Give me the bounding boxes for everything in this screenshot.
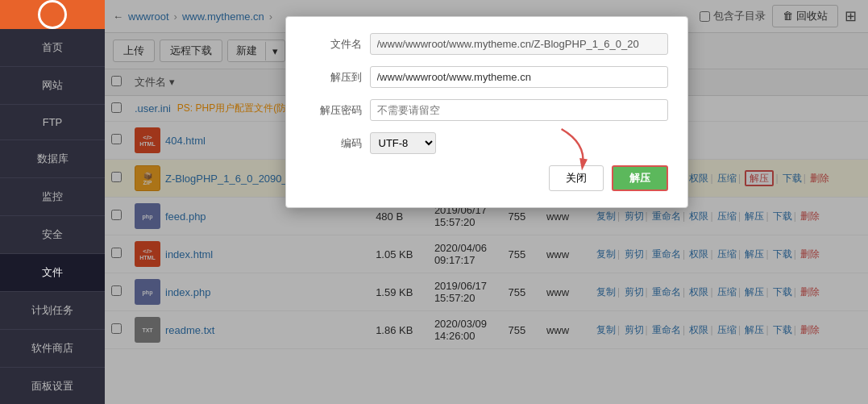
extract-to-label: 解压到 [305, 70, 362, 85]
sidebar-item-schedule[interactable]: 计划任务 [0, 292, 105, 330]
logo-circle [38, 0, 67, 29]
filename-label: 文件名 [305, 37, 362, 52]
modal-overlay: 文件名 解压到 解压密码 编码 UTF-8 GBK GB2312 [105, 0, 868, 404]
modal-password-row: 解压密码 [305, 99, 668, 121]
extract-button[interactable]: 解压 [612, 165, 668, 191]
sidebar-item-store[interactable]: 软件商店 [0, 330, 105, 368]
sidebar-item-monitor[interactable]: 监控 [0, 178, 105, 216]
sidebar-item-settings[interactable]: 面板设置 [0, 368, 105, 404]
sidebar-item-home[interactable]: 首页 [0, 29, 105, 67]
sidebar-item-security[interactable]: 安全 [0, 216, 105, 254]
modal-encoding-row: 编码 UTF-8 GBK GB2312 [305, 132, 668, 154]
encoding-select[interactable]: UTF-8 GBK GB2312 [370, 132, 436, 154]
filename-input[interactable] [370, 33, 668, 55]
encoding-label: 编码 [305, 136, 362, 151]
modal-filename-row: 文件名 [305, 33, 668, 55]
modal-footer: 关闭 解压 [305, 165, 668, 191]
sidebar-item-website[interactable]: 网站 [0, 67, 105, 105]
password-input[interactable] [370, 99, 668, 121]
sidebar-logo [0, 0, 105, 29]
main-content: ← wwwroot › www.mytheme.cn › 包含子目录 🗑 回收站… [105, 0, 868, 404]
modal-extract-to-row: 解压到 [305, 66, 668, 88]
sidebar-item-ftp[interactable]: FTP [0, 105, 105, 140]
password-label: 解压密码 [305, 103, 362, 118]
extract-modal: 文件名 解压到 解压密码 编码 UTF-8 GBK GB2312 [285, 16, 688, 208]
sidebar-item-file[interactable]: 文件 [0, 254, 105, 292]
extract-to-input[interactable] [370, 66, 668, 88]
sidebar-item-database[interactable]: 数据库 [0, 140, 105, 178]
sidebar: 首页 网站 FTP 数据库 监控 安全 文件 计划任务 软件商店 面板设置 退出 [0, 0, 105, 404]
